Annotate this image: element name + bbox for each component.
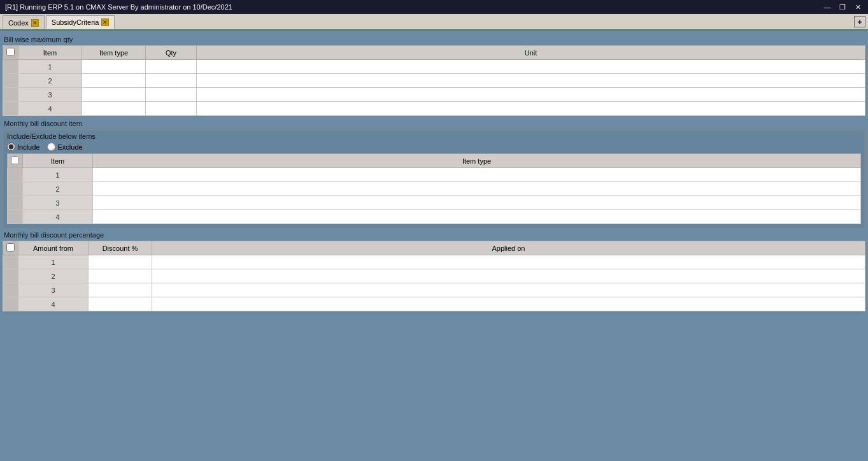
app-title: [R1] Running ERP 5.1 on CMAX Server By a… [5, 3, 232, 11]
include-exclude-group: Include/Exclude below items Include Excl… [3, 129, 865, 229]
row-item[interactable] [82, 88, 146, 102]
row-checkbox-cell [3, 297, 18, 311]
row-checkbox-cell [3, 74, 18, 88]
row-itemtype[interactable] [146, 88, 197, 102]
close-button[interactable]: ✕ [853, 3, 863, 11]
exclude-label: Exclude [57, 143, 82, 151]
table-row: 2 [3, 74, 865, 88]
row-num: 2 [23, 182, 93, 196]
row-qty[interactable] [197, 102, 865, 116]
row-checkbox-cell [3, 88, 18, 102]
row-num: 3 [18, 88, 82, 102]
row-num: 3 [18, 283, 89, 297]
billwise-col-itemtype: Item type [82, 46, 146, 60]
pct-col-discountpct: Discount % [89, 241, 152, 255]
table-row: 4 [3, 102, 865, 116]
row-checkbox-cell [3, 60, 18, 74]
billwise-col-item: Item [18, 46, 82, 60]
row-itemtype[interactable] [93, 182, 861, 196]
table-row: 1 [3, 60, 865, 74]
pct-col-appliedon: Applied on [152, 241, 865, 255]
row-num: 4 [18, 102, 82, 116]
row-discountpct[interactable] [89, 269, 152, 283]
minimize-button[interactable]: — [822, 3, 832, 11]
billwise-max-table-wrapper: Item Item type Qty Unit 1 [3, 45, 865, 116]
row-num: 1 [18, 60, 82, 74]
maximize-button[interactable]: ❐ [837, 3, 848, 11]
billwise-col-qty: Qty [146, 46, 197, 60]
row-item[interactable] [82, 102, 146, 116]
row-itemtype[interactable] [93, 210, 861, 224]
row-itemtype[interactable] [93, 168, 861, 182]
exclude-radio-label[interactable]: Exclude [47, 143, 82, 151]
row-appliedon[interactable] [152, 283, 865, 297]
include-label: Include [17, 143, 39, 151]
billwise-col-unit: Unit [197, 46, 865, 60]
row-num: 3 [23, 196, 93, 210]
monthly-discount-table-scroll[interactable]: Item Item type 1 [7, 153, 861, 224]
row-itemtype[interactable] [146, 102, 197, 116]
row-qty[interactable] [197, 60, 865, 74]
row-checkbox-cell [3, 283, 18, 297]
table-row: 2 [3, 269, 865, 283]
add-tab-button[interactable]: + [854, 16, 865, 27]
tab-bar: Codex ✕ SubsidyCriteria ✕ + [0, 14, 868, 31]
monthly-discount-table: Item Item type 1 [7, 153, 861, 224]
row-discountpct[interactable] [89, 255, 152, 269]
tab-codex[interactable]: Codex ✕ [3, 15, 45, 29]
pct-select-all[interactable] [6, 243, 15, 252]
row-appliedon[interactable] [152, 297, 865, 311]
row-num: 4 [18, 297, 89, 311]
table-row: 4 [8, 210, 861, 224]
monthly-pct-table-wrapper: Amount from Discount % Applied on 1 2 [3, 241, 865, 311]
monthly-col-itemtype: Item type [93, 154, 861, 168]
billwise-max-table: Item Item type Qty Unit 1 [3, 45, 865, 116]
include-radio-label[interactable]: Include [7, 143, 39, 151]
row-num: 1 [23, 168, 93, 182]
monthly-pct-table: Amount from Discount % Applied on 1 2 [3, 241, 865, 311]
tab-subsidycriteria-close[interactable]: ✕ [101, 18, 109, 26]
row-qty[interactable] [197, 74, 865, 88]
row-item[interactable] [82, 74, 146, 88]
monthly-discount-section-label: Monthly bill discount item [3, 120, 865, 127]
row-num: 1 [18, 255, 89, 269]
monthly-select-all[interactable] [11, 156, 19, 164]
row-item[interactable] [82, 60, 146, 74]
monthly-pct-table-scroll[interactable]: Amount from Discount % Applied on 1 2 [3, 241, 865, 311]
row-itemtype[interactable] [93, 196, 861, 210]
main-content: Bill wise maximum qty Item Item type Qty… [0, 31, 868, 461]
row-num: 2 [18, 74, 82, 88]
row-checkbox-cell [8, 196, 23, 210]
include-radio[interactable] [7, 143, 15, 151]
row-itemtype[interactable] [146, 60, 197, 74]
row-appliedon[interactable] [152, 269, 865, 283]
table-row: 1 [3, 255, 865, 269]
row-discountpct[interactable] [89, 283, 152, 297]
tab-codex-label: Codex [8, 19, 29, 27]
tab-subsidycriteria[interactable]: SubsidyCriteria ✕ [46, 15, 115, 29]
row-discountpct[interactable] [89, 297, 152, 311]
row-checkbox-cell [3, 255, 18, 269]
billwise-select-all[interactable] [6, 48, 15, 56]
row-checkbox-cell [8, 168, 23, 182]
row-checkbox-cell [8, 210, 23, 224]
table-row: 3 [3, 88, 865, 102]
exclude-radio[interactable] [47, 143, 55, 151]
row-appliedon[interactable] [152, 255, 865, 269]
billwise-max-table-scroll[interactable]: Item Item type Qty Unit 1 [3, 45, 865, 116]
row-checkbox-cell [3, 102, 18, 116]
table-row: 3 [8, 196, 861, 210]
row-qty[interactable] [197, 88, 865, 102]
radio-group: Include Exclude [7, 143, 861, 151]
monthly-discount-section: Monthly bill discount item Include/Exclu… [3, 120, 865, 229]
pct-col-amountfrom: Amount from [18, 241, 89, 255]
monthly-col-checkbox [8, 154, 23, 168]
window-controls: — ❐ ✕ [822, 3, 863, 11]
row-checkbox-cell [8, 182, 23, 196]
monthly-pct-section-label: Monthly bill discount percentage [3, 231, 865, 239]
monthly-discount-table-wrapper: Item Item type 1 [7, 153, 861, 224]
include-exclude-legend: Include/Exclude below items [7, 132, 861, 140]
tab-codex-close[interactable]: ✕ [31, 19, 39, 27]
billwise-max-section-label: Bill wise maximum qty [3, 36, 865, 43]
row-itemtype[interactable] [146, 74, 197, 88]
